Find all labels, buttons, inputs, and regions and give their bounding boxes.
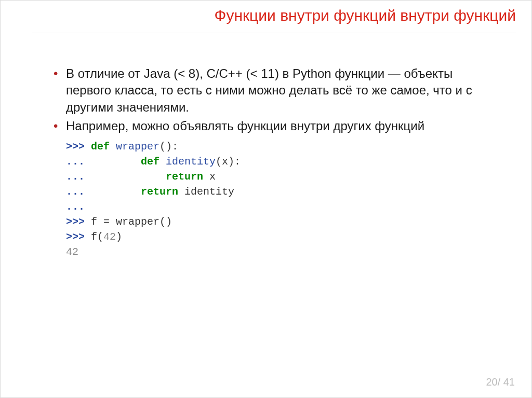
slide: Функции внутри функций внутри функций В … [0, 0, 532, 398]
code-text: f = wrapper() [91, 216, 172, 228]
keyword: def [91, 141, 116, 153]
slide-title: Функции внутри функций внутри функций [32, 7, 516, 33]
output: 42 [66, 246, 78, 258]
bullet-item: Например, можно объявлять функции внутри… [51, 118, 500, 134]
indent [91, 186, 141, 198]
prompt: >>> [66, 231, 91, 243]
prompt: ... [66, 186, 91, 198]
punct: (x): [216, 156, 241, 168]
keyword: return [166, 171, 209, 183]
bullet-list: В отличие от Java (< 8), C/C++ (< 11) в … [51, 65, 500, 135]
prompt: ... [66, 156, 91, 168]
indent [91, 156, 141, 168]
var: identity [184, 186, 234, 198]
punct: (): [159, 141, 178, 153]
page-number: 20/ 41 [486, 376, 515, 388]
var: x [209, 171, 216, 183]
keyword: return [141, 186, 184, 198]
slide-content: В отличие от Java (< 8), C/C++ (< 11) в … [51, 65, 500, 259]
identifier: identity [166, 156, 216, 168]
prompt: >>> [66, 141, 91, 153]
prompt: ... [66, 171, 91, 183]
keyword: def [141, 156, 166, 168]
number: 42 [103, 231, 116, 243]
code-block: >>> def wrapper(): ... def identity(x): … [51, 139, 500, 259]
indent [91, 171, 166, 183]
bullet-item: В отличие от Java (< 8), C/C++ (< 11) в … [51, 65, 500, 116]
identifier: wrapper [116, 141, 159, 153]
code-text: f( [91, 231, 103, 243]
prompt: ... [66, 201, 91, 213]
prompt: >>> [66, 216, 91, 228]
code-text: ) [116, 231, 122, 243]
